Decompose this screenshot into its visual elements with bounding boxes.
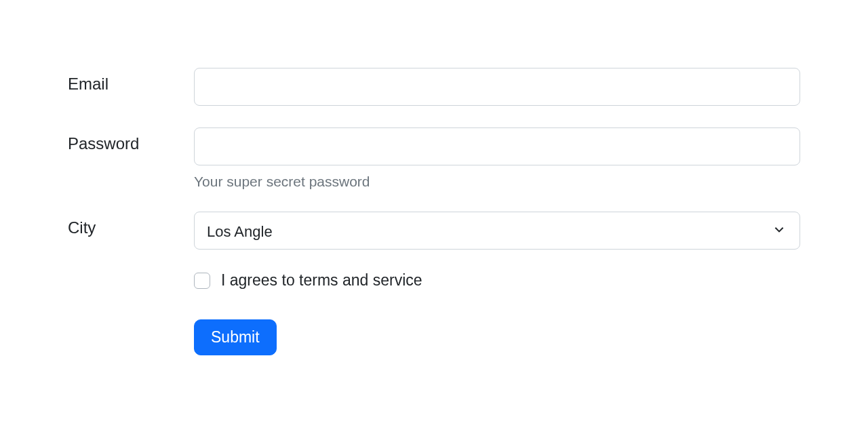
terms-row: I agrees to terms and service Submit [68,271,800,355]
password-label: Password [68,134,139,153]
city-row: City Los Angle [68,212,800,250]
password-row: Password Your super secret password [68,127,800,190]
password-input[interactable] [194,127,800,165]
city-label: City [68,218,96,237]
terms-checkbox[interactable] [194,273,210,289]
city-select[interactable]: Los Angle [194,212,800,250]
email-input[interactable] [194,68,800,106]
email-label: Email [68,75,108,93]
signup-form: Email Password Your super secret passwor… [68,68,800,355]
password-help-text: Your super secret password [194,174,800,190]
terms-label[interactable]: I agrees to terms and service [221,271,422,290]
submit-button[interactable]: Submit [194,319,277,355]
email-row: Email [68,68,800,106]
